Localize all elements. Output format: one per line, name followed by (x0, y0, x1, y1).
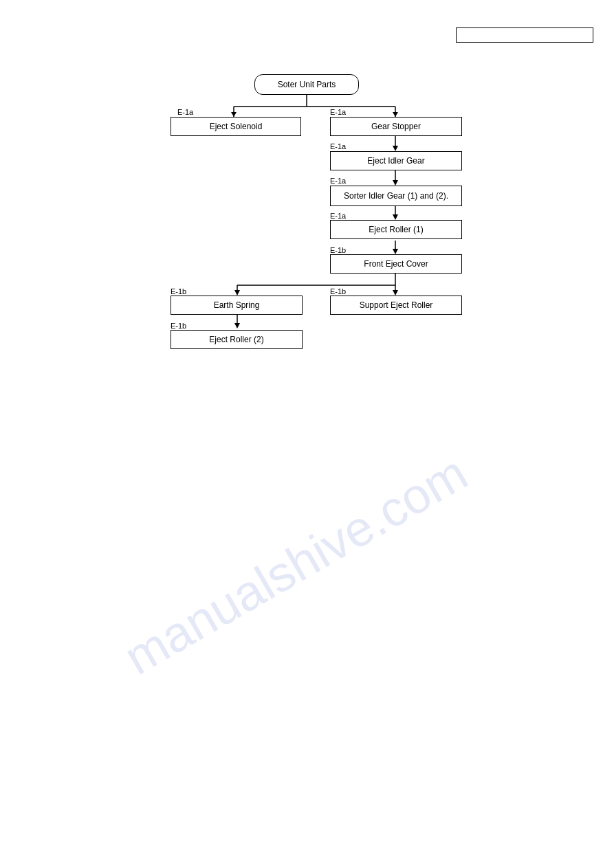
svg-marker-11 (393, 214, 398, 220)
label-eject-idler-gear-ref: E-1a (330, 142, 346, 151)
flowchart-lines (0, 0, 614, 412)
node-gear-stopper: Gear Stopper (330, 117, 462, 136)
node-support-eject-roller: Support Eject Roller (330, 296, 462, 315)
svg-marker-9 (393, 180, 398, 186)
svg-marker-3 (231, 112, 237, 117)
node-eject-roller-2-label: Eject Roller (2) (209, 335, 263, 344)
label-sorter-idler-gear-ref: E-1a (330, 177, 346, 185)
node-eject-roller-2: Eject Roller (2) (171, 330, 303, 349)
node-sorter-idler-gear: Sorter Idler Gear (1) and (2). (330, 186, 462, 206)
node-front-eject-cover-label: Front Eject Cover (364, 259, 428, 269)
svg-marker-17 (234, 290, 240, 296)
svg-marker-19 (393, 290, 398, 296)
label-eject-roller-2-ref: E-1b (171, 322, 186, 330)
node-earth-spring: Earth Spring (171, 296, 303, 315)
svg-marker-13 (393, 249, 398, 254)
label-front-eject-cover-ref: E-1b (330, 246, 346, 254)
page-container: Soter Unit Parts E-1a Eject Solenoid E-1… (0, 0, 614, 868)
label-earth-spring-ref: E-1b (171, 287, 186, 296)
node-eject-solenoid-label: Eject Solenoid (210, 122, 263, 131)
label-support-eject-roller-ref: E-1b (330, 287, 346, 296)
node-earth-spring-label: Earth Spring (214, 300, 260, 310)
svg-marker-5 (393, 112, 398, 117)
label-eject-solenoid-ref: E-1a (177, 108, 193, 116)
svg-marker-21 (234, 323, 240, 329)
node-eject-roller-1-label: Eject Roller (1) (369, 225, 423, 234)
node-eject-idler-gear: Eject Idler Gear (330, 151, 462, 170)
top-right-input-box[interactable] (456, 27, 593, 43)
node-support-eject-roller-label: Support Eject Roller (360, 300, 433, 310)
node-sorter-idler-gear-label: Sorter Idler Gear (1) and (2). (344, 191, 448, 201)
watermark: manualshive.com (115, 444, 476, 685)
node-root-label: Soter Unit Parts (278, 80, 336, 89)
node-eject-idler-gear-label: Eject Idler Gear (367, 156, 424, 166)
node-root: Soter Unit Parts (254, 74, 359, 95)
label-eject-roller-1-ref: E-1a (330, 212, 346, 220)
svg-marker-7 (393, 146, 398, 151)
node-eject-roller-1: Eject Roller (1) (330, 220, 462, 239)
label-gear-stopper-ref: E-1a (330, 108, 346, 116)
node-gear-stopper-label: Gear Stopper (371, 122, 421, 131)
node-eject-solenoid: Eject Solenoid (171, 117, 301, 136)
node-front-eject-cover: Front Eject Cover (330, 254, 462, 274)
